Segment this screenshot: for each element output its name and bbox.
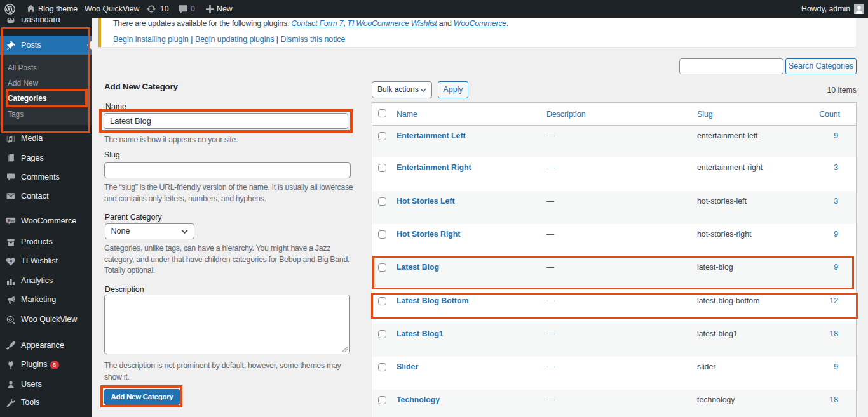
svg-text:Woo: Woo: [7, 219, 13, 222]
svg-text:TI: TI: [9, 259, 12, 263]
